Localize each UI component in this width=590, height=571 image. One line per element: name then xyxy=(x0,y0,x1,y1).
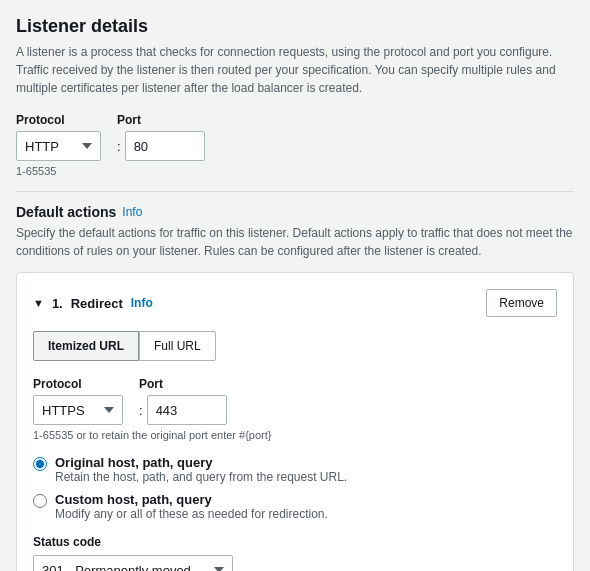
redirect-protocol-select[interactable]: HTTP HTTPS xyxy=(33,395,123,425)
radio-original-input[interactable] xyxy=(33,457,47,471)
page-description: A listener is a process that checks for … xyxy=(16,43,574,97)
protocol-label: Protocol xyxy=(16,113,101,127)
radio-custom: Custom host, path, query Modify any or a… xyxy=(33,492,557,521)
radio-custom-desc: Modify any or all of these as needed for… xyxy=(55,507,328,521)
action-number: 1. xyxy=(52,296,63,311)
tab-full-url[interactable]: Full URL xyxy=(139,331,216,361)
tab-itemized-url[interactable]: Itemized URL xyxy=(33,331,139,361)
page-title: Listener details xyxy=(16,16,574,37)
port-label: Port xyxy=(117,113,205,127)
status-code-label: Status code xyxy=(33,535,557,549)
radio-custom-label: Custom host, path, query xyxy=(55,492,328,507)
status-code-select[interactable]: 301 - Permanently moved 302 - Found xyxy=(33,555,233,571)
colon-separator: : xyxy=(117,139,121,154)
redirect-port-hint: 1-65535 or to retain the original port e… xyxy=(33,429,557,441)
remove-button[interactable]: Remove xyxy=(486,289,557,317)
redirect-port-label: Port xyxy=(139,377,227,391)
action-card: ▼ 1. Redirect Info Remove Itemized URL F… xyxy=(16,272,574,571)
default-actions-title: Default actions xyxy=(16,204,116,220)
radio-original: Original host, path, query Retain the ho… xyxy=(33,455,557,484)
redirect-protocol-label: Protocol xyxy=(33,377,123,391)
url-tab-group: Itemized URL Full URL xyxy=(33,331,557,361)
chevron-down-icon: ▼ xyxy=(33,297,44,309)
status-code-section: Status code 301 - Permanently moved 302 … xyxy=(33,535,557,571)
port-hint: 1-65535 xyxy=(16,165,574,177)
radio-original-desc: Retain the host, path, and query from th… xyxy=(55,470,347,484)
default-actions-info-link[interactable]: Info xyxy=(122,205,142,219)
redirect-port-input[interactable] xyxy=(147,395,227,425)
redirect-colon: : xyxy=(139,403,143,418)
protocol-select[interactable]: HTTP HTTPS TCP UDP xyxy=(16,131,101,161)
port-input[interactable] xyxy=(125,131,205,161)
action-card-header: ▼ 1. Redirect Info Remove xyxy=(33,289,557,317)
redirect-mode-group: Original host, path, query Retain the ho… xyxy=(33,455,557,521)
default-actions-description: Specify the default actions for traffic … xyxy=(16,224,574,260)
action-card-title: ▼ 1. Redirect Info xyxy=(33,296,153,311)
radio-original-label: Original host, path, query xyxy=(55,455,347,470)
radio-custom-input[interactable] xyxy=(33,494,47,508)
action-info-link[interactable]: Info xyxy=(131,296,153,310)
action-type: Redirect xyxy=(71,296,123,311)
